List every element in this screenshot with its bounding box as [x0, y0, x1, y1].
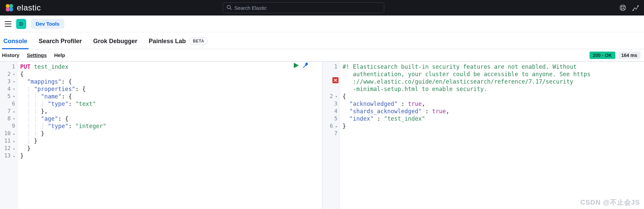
svg-line-8 — [621, 6, 622, 7]
console-split: 12345678910111213 PUT test_index{ "mappi… — [0, 61, 644, 209]
breadcrumb-bar: D Dev Tools — [0, 16, 644, 32]
svg-point-13 — [638, 5, 638, 6]
brand-logo[interactable]: elastic — [5, 3, 41, 12]
svg-line-10 — [621, 9, 622, 10]
console-help-link[interactable]: Help — [54, 52, 65, 58]
svg-point-12 — [633, 10, 633, 10]
response-status-badge: 200 - OK — [589, 52, 615, 59]
tab-grok-debugger[interactable]: Grok Debugger — [92, 38, 139, 49]
warning-icon — [332, 77, 338, 83]
beta-badge: BETA — [189, 37, 208, 45]
brand-name: elastic — [17, 3, 41, 12]
nav-toggle-icon[interactable] — [5, 21, 11, 27]
console-toolbar: History Settings Help 200 - OK 164 ms — [0, 49, 644, 61]
tab-painless-lab[interactable]: Painless Lab BETA — [147, 37, 209, 49]
svg-line-5 — [230, 8, 231, 10]
request-gutter: 12345678910111213 — [0, 62, 17, 209]
space-badge[interactable]: D — [16, 19, 26, 29]
devtools-tabs: Console Search Profiler Grok Debugger Pa… — [0, 32, 644, 49]
svg-point-4 — [227, 5, 230, 9]
svg-point-3 — [9, 7, 13, 11]
elastic-logo-icon — [5, 3, 14, 12]
tab-console[interactable]: Console — [2, 38, 29, 49]
response-time-badge: 164 ms — [618, 52, 641, 59]
svg-line-9 — [624, 6, 625, 7]
svg-line-11 — [624, 9, 625, 10]
response-gutter: 1234567 — [322, 62, 340, 209]
console-history-link[interactable]: History — [2, 52, 20, 58]
run-request-icon[interactable] — [293, 62, 299, 70]
help-icon[interactable] — [619, 4, 627, 11]
request-options-icon[interactable] — [302, 62, 309, 70]
tab-search-profiler[interactable]: Search Profiler — [37, 38, 83, 49]
response-viewer[interactable]: 1234567 #! Elasticsearch built-in securi… — [322, 62, 644, 209]
svg-marker-14 — [294, 63, 299, 68]
request-code[interactable]: PUT test_index{ "mappings": { | "propert… — [17, 62, 322, 209]
search-icon — [226, 5, 232, 11]
global-search-placeholder: Search Elastic — [235, 5, 267, 11]
global-search[interactable]: Search Elastic — [223, 2, 384, 13]
newsfeed-icon[interactable] — [632, 4, 639, 11]
svg-point-7 — [621, 6, 624, 9]
breadcrumb-current[interactable]: Dev Tools — [31, 19, 64, 29]
global-header: elastic Search Elastic — [0, 0, 644, 16]
request-editor[interactable]: 12345678910111213 PUT test_index{ "mappi… — [0, 62, 322, 209]
console-settings-link[interactable]: Settings — [27, 52, 47, 58]
response-code: #! Elasticsearch built-in security featu… — [340, 62, 644, 209]
